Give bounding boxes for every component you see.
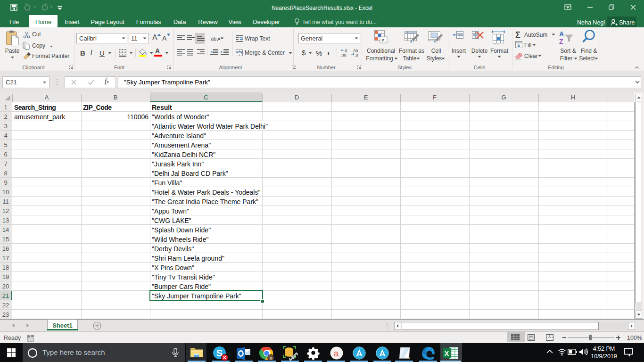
svg-text:Z: Z [559, 38, 563, 45]
svg-text:n: n [270, 355, 272, 361]
svg-text:.00: .00 [340, 53, 347, 58]
svg-text:≠: ≠ [381, 37, 384, 43]
svg-text:a: a [334, 348, 339, 358]
svg-text:ab: ab [211, 36, 216, 41]
svg-text:.0: .0 [355, 53, 358, 58]
svg-text:X: X [445, 350, 449, 357]
svg-text:A: A [559, 30, 564, 38]
